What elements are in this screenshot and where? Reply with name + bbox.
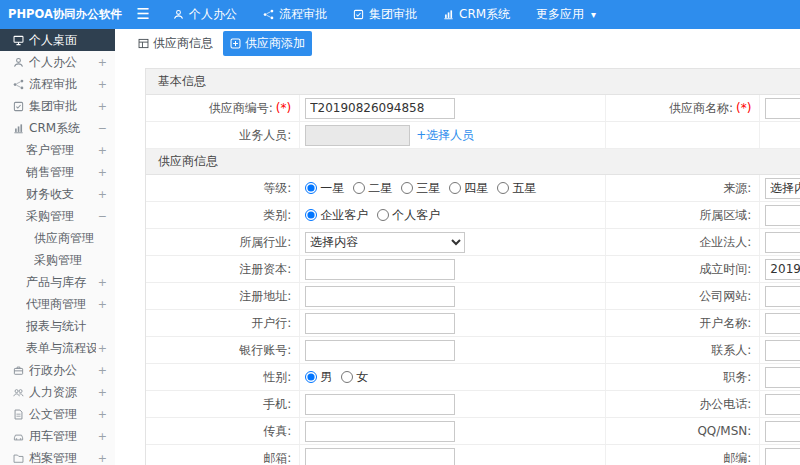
field-label: 传真: [146, 418, 300, 444]
qq-msn-input[interactable] [765, 421, 800, 442]
field-label: 邮箱: [146, 445, 300, 465]
label-text: 类别: [263, 207, 291, 224]
sidebar-item-admin-office[interactable]: 行政办公+ [0, 359, 115, 381]
expand-plus-icon: + [98, 276, 107, 289]
region-input[interactable] [765, 205, 800, 226]
legal-person-input[interactable] [765, 232, 800, 253]
gender-option-0[interactable]: 男 [305, 369, 332, 386]
sidebar-item-human-resources[interactable]: 人力资源+ [0, 381, 115, 403]
top-nav-more-apps[interactable]: 更多应用▾ [523, 0, 609, 29]
sidebar-item-workflow-approval[interactable]: 流程审批+ [0, 73, 115, 95]
email-input[interactable] [305, 448, 455, 465]
source-select[interactable]: 选择内容 [765, 178, 800, 199]
desktop-icon [13, 35, 24, 46]
field-cell [300, 337, 606, 363]
field-cell [760, 122, 800, 148]
level-option-4[interactable]: 五星 [497, 180, 536, 197]
level-option-1[interactable]: 二星 [353, 180, 392, 197]
office-phone-input[interactable] [765, 394, 800, 415]
field-cell: 男女 [300, 364, 606, 390]
sidebar-item-finance-inout[interactable]: 财务收支+ [0, 183, 115, 205]
category-radio[interactable] [377, 209, 389, 221]
radio-option-label: 女 [356, 369, 368, 386]
bank-input[interactable] [305, 313, 455, 334]
level-option-0[interactable]: 一星 [305, 180, 344, 197]
salesperson-input[interactable] [305, 125, 410, 146]
top-nav-label: 流程审批 [279, 6, 327, 23]
field-label: 企业法人: [606, 229, 760, 255]
expand-plus-icon: + [98, 364, 107, 377]
top-nav-group-approval[interactable]: 集团审批 [340, 0, 430, 29]
postcode-input[interactable] [765, 448, 800, 465]
sidebar-item-reports-stats[interactable]: 报表与统计 [0, 315, 115, 337]
field-cell [760, 337, 800, 363]
contact-input[interactable] [765, 340, 800, 361]
sidebar-item-sales-mgmt[interactable]: 销售管理+ [0, 161, 115, 183]
category-option-0[interactable]: 企业客户 [305, 207, 368, 224]
top-nav-workflow-approval[interactable]: 流程审批 [250, 0, 340, 29]
category-radio[interactable] [305, 209, 317, 221]
level-radio[interactable] [353, 182, 365, 194]
tab-supplier-info-list[interactable]: 供应商信息 [131, 31, 220, 56]
level-radio[interactable] [305, 182, 317, 194]
gender-option-1[interactable]: 女 [341, 369, 368, 386]
flow-icon [263, 9, 274, 20]
sidebar-item-crm-system[interactable]: CRM系统− [0, 117, 115, 139]
bank-account-input[interactable] [305, 340, 455, 361]
mobile-input[interactable] [305, 394, 455, 415]
sidebar-item-agent-mgmt[interactable]: 代理商管理+ [0, 293, 115, 315]
doc-icon [13, 409, 24, 420]
field-label: 成立时间: [606, 256, 760, 282]
field-label: 供应商编号:(*) [146, 95, 300, 121]
sidebar-item-label: 用车管理 [29, 428, 96, 445]
fax-input[interactable] [305, 421, 455, 442]
sidebar-item-group-approval[interactable]: 集团审批+ [0, 95, 115, 117]
form-row: 邮箱:邮编: [146, 445, 800, 465]
field-cell: 选择内容 [760, 175, 800, 201]
field-label: 联系人: [606, 337, 760, 363]
sidebar-item-supplier-mgmt[interactable]: 供应商管理 [0, 227, 115, 249]
supplier-code-input[interactable] [305, 98, 455, 119]
level-option-2[interactable]: 三星 [401, 180, 440, 197]
sidebar-item-form-flow-settings[interactable]: 表单与流程设置+ [0, 337, 115, 359]
form-row: 传真:QQ/MSN: [146, 418, 800, 445]
top-nav-crm-system[interactable]: CRM系统 [430, 0, 523, 29]
sidebar-item-label: 采购管理 [34, 252, 107, 269]
label-text: 所属行业: [239, 234, 291, 251]
tab-supplier-add[interactable]: 供应商添加 [223, 31, 312, 56]
level-radio[interactable] [497, 182, 509, 194]
field-label [606, 122, 760, 148]
website-input[interactable] [765, 286, 800, 307]
sidebar-item-personal-office[interactable]: 个人办公+ [0, 51, 115, 73]
level-radio[interactable] [401, 182, 413, 194]
radio-option-label: 二星 [368, 180, 392, 197]
sidebar-item-label: 财务收支 [26, 186, 96, 203]
account-name-input[interactable] [765, 313, 800, 334]
registered-capital-input[interactable] [305, 259, 455, 280]
sidebar-item-archive-mgmt[interactable]: 档案管理+ [0, 447, 115, 465]
expand-plus-icon: + [98, 386, 107, 399]
sidebar-item-purchase-mgmt[interactable]: 采购管理− [0, 205, 115, 227]
gender-radio[interactable] [341, 371, 353, 383]
sidebar-item-document-mgmt[interactable]: 公文管理+ [0, 403, 115, 425]
choose-person-link[interactable]: +选择人员 [416, 127, 474, 144]
job-title-input[interactable] [765, 367, 800, 388]
sidebar-item-customer-mgmt[interactable]: 客户管理+ [0, 139, 115, 161]
top-nav-personal-office[interactable]: 个人办公 [160, 0, 250, 29]
gender-radio[interactable] [305, 371, 317, 383]
sidebar-item-purchasing[interactable]: 采购管理 [0, 249, 115, 271]
field-cell [300, 445, 606, 465]
sidebar-item-desktop[interactable]: 个人桌面 [0, 29, 115, 51]
level-option-3[interactable]: 四星 [449, 180, 488, 197]
sidebar-item-vehicle-mgmt[interactable]: 用车管理+ [0, 425, 115, 447]
menu-toggle-icon[interactable]: ☰ [126, 0, 160, 29]
industry-select[interactable]: 选择内容 [305, 232, 465, 253]
tab-bar: 供应商信息供应商添加 [115, 29, 800, 58]
founded-date-input[interactable] [765, 259, 800, 280]
sidebar-item-product-inventory[interactable]: 产品与库存+ [0, 271, 115, 293]
sidebar-item-label: 表单与流程设置 [26, 340, 96, 357]
category-option-1[interactable]: 个人客户 [377, 207, 440, 224]
supplier-name-input[interactable] [765, 98, 800, 119]
registered-address-input[interactable] [305, 286, 455, 307]
level-radio[interactable] [449, 182, 461, 194]
